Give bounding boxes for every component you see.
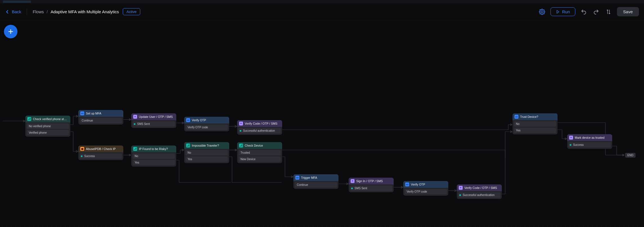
node-trigger-mfa[interactable]: ▭Trigger MFA Continue bbox=[293, 174, 338, 189]
action-icon: + bbox=[133, 115, 137, 119]
screen-icon: ▭ bbox=[295, 176, 299, 180]
node-title: Check verified phone status bbox=[33, 117, 68, 121]
node-verify-otp-top[interactable]: ▭Verify OTP Verify OTP code bbox=[184, 117, 229, 131]
app-topbar-stub bbox=[0, 0, 644, 3]
node-title: Verify OTP bbox=[411, 183, 425, 186]
page-title: Adaptive MFA with Multiple Analytics bbox=[51, 9, 119, 14]
node-ip-risky[interactable]: ⎇IP Found to be Risky? No Yes bbox=[131, 146, 176, 167]
screen-icon: ▭ bbox=[405, 182, 409, 186]
node-check-device[interactable]: ⎇Check Device Trusted New Device bbox=[237, 142, 282, 163]
node-output[interactable]: Yes bbox=[514, 128, 556, 133]
node-title: Sign In / OTP / SMS bbox=[356, 179, 383, 183]
node-signin-otp-sms[interactable]: +Sign In / OTP / SMS SMS Sent bbox=[349, 178, 394, 192]
breadcrumb: Flows / Adaptive MFA with Multiple Analy… bbox=[33, 9, 119, 14]
node-title: Impossible Traveler? bbox=[192, 144, 219, 147]
back-label: Back bbox=[12, 9, 21, 14]
node-output[interactable]: Yes bbox=[133, 160, 175, 165]
node-title: Verify Code / OTP / SMS bbox=[464, 186, 497, 189]
node-title: Trigger MFA bbox=[301, 176, 317, 179]
gear-icon[interactable] bbox=[538, 8, 546, 16]
redo-icon[interactable] bbox=[592, 8, 600, 16]
node-output[interactable]: Verify OTP code bbox=[186, 125, 228, 130]
run-label: Run bbox=[562, 9, 570, 14]
sort-arrows-icon[interactable] bbox=[605, 8, 612, 16]
node-output[interactable]: No verified phone bbox=[27, 124, 69, 129]
node-output[interactable]: Success bbox=[569, 142, 611, 147]
header-actions: Run Save bbox=[538, 7, 639, 16]
breadcrumb-separator: / bbox=[47, 9, 48, 14]
node-output[interactable]: Verified phone bbox=[27, 130, 69, 135]
node-output[interactable]: Trusted bbox=[239, 150, 281, 155]
node-output[interactable]: Verify OTP code bbox=[405, 189, 447, 194]
screen-icon: ▭ bbox=[80, 111, 84, 115]
node-title: Trust Device? bbox=[520, 115, 538, 118]
play-icon bbox=[556, 10, 560, 14]
node-check-verified-phone[interactable]: ⎇Check verified phone status No verified… bbox=[25, 116, 70, 137]
branch-icon: ⎇ bbox=[133, 147, 137, 151]
branch-icon: ⎇ bbox=[27, 117, 31, 121]
node-output[interactable]: Yes bbox=[186, 157, 228, 162]
back-button[interactable]: Back bbox=[5, 9, 21, 14]
node-output[interactable]: Continue bbox=[80, 118, 122, 123]
end-node[interactable]: END bbox=[625, 153, 636, 158]
node-abuseipdb-check-ip[interactable]: ▦AbuseIPDB / Check IP Success bbox=[78, 146, 123, 160]
plus-icon bbox=[7, 28, 14, 35]
node-output[interactable]: Continue bbox=[295, 182, 337, 188]
node-output[interactable]: SMS Sent bbox=[350, 186, 392, 191]
node-output[interactable]: No bbox=[514, 121, 556, 127]
node-impossible-traveler[interactable]: ⎇Impossible Traveler? No Yes bbox=[184, 142, 229, 163]
action-icon: + bbox=[459, 186, 463, 190]
branch-icon: ⎇ bbox=[239, 144, 243, 147]
page-subheader: Back Flows / Adaptive MFA with Multiple … bbox=[0, 3, 644, 20]
status-badge: Active bbox=[123, 8, 140, 15]
node-mark-device-trusted[interactable]: +Mark device as trusted Success bbox=[567, 134, 612, 149]
node-output[interactable]: Successful authentication bbox=[239, 128, 281, 133]
arrow-left-icon bbox=[5, 10, 10, 14]
node-setup-mfa[interactable]: ▭Set up MFA Continue bbox=[78, 110, 123, 125]
add-node-button[interactable] bbox=[4, 25, 17, 38]
screen-icon: ▭ bbox=[514, 115, 518, 119]
node-title: Verify OTP bbox=[192, 118, 206, 122]
save-button[interactable]: Save bbox=[617, 7, 639, 16]
run-button[interactable]: Run bbox=[551, 7, 575, 16]
node-output[interactable]: No bbox=[186, 150, 228, 155]
node-trust-device[interactable]: ▭Trust Device? No Yes bbox=[512, 113, 558, 135]
node-title: Verify Code / OTP / SMS bbox=[245, 122, 277, 125]
node-verify-otp-bottom[interactable]: ▭Verify OTP Verify OTP code bbox=[403, 181, 448, 196]
node-output[interactable]: Successful authentication bbox=[458, 192, 500, 198]
action-icon: + bbox=[569, 136, 573, 140]
action-icon: + bbox=[351, 179, 355, 183]
tab-stub bbox=[3, 1, 31, 3]
action-icon: + bbox=[239, 122, 243, 125]
node-output[interactable]: No bbox=[133, 153, 175, 159]
screen-icon: ▭ bbox=[186, 118, 190, 122]
node-output[interactable]: New Device bbox=[239, 157, 281, 162]
flow-canvas[interactable]: al ⎇Check verified phone status No verif… bbox=[0, 20, 644, 227]
node-title: IP Found to be Risky? bbox=[139, 147, 168, 151]
undo-icon[interactable] bbox=[580, 8, 588, 16]
node-title: Check Device bbox=[245, 144, 263, 147]
node-verify-code-bottom[interactable]: +Verify Code / OTP / SMS Successful auth… bbox=[457, 184, 502, 199]
breadcrumb-root[interactable]: Flows bbox=[33, 9, 44, 14]
node-update-user-otp-sms[interactable]: +Update User / OTP / SMS SMS Sent bbox=[131, 113, 176, 128]
node-verify-code-top[interactable]: +Verify Code / OTP / SMS Successful auth… bbox=[237, 120, 282, 135]
connector-icon: ▦ bbox=[80, 147, 84, 151]
node-output[interactable]: Success bbox=[80, 153, 122, 159]
node-output[interactable]: SMS Sent bbox=[133, 121, 175, 127]
node-title: AbuseIPDB / Check IP bbox=[86, 147, 116, 151]
node-title: Mark device as trusted bbox=[575, 136, 605, 139]
vertical-divider bbox=[27, 8, 27, 15]
branch-icon: ⎇ bbox=[186, 144, 190, 147]
node-title: Update User / OTP / SMS bbox=[139, 115, 173, 118]
node-title: Set up MFA bbox=[86, 112, 101, 115]
